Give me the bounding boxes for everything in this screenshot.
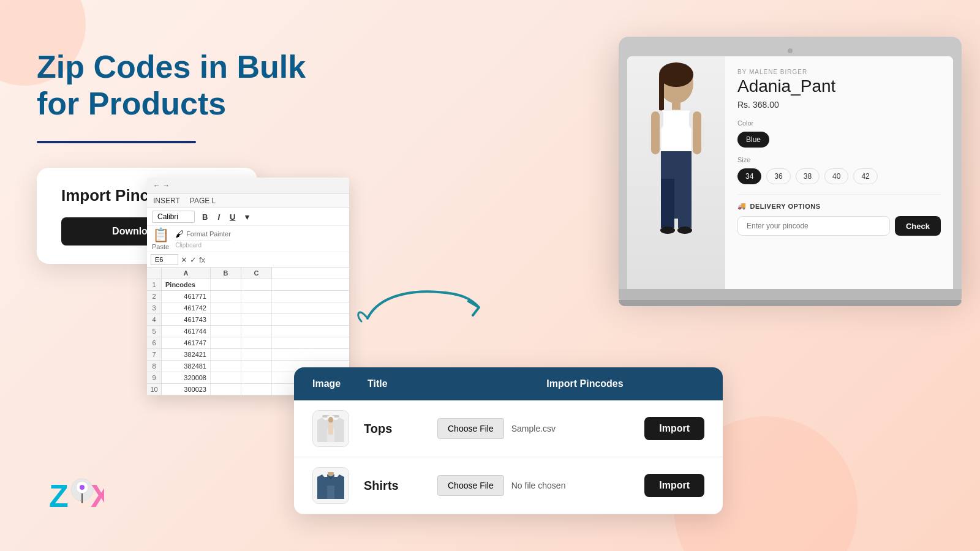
cell-b7 <box>211 349 241 360</box>
table-row-tops: Tops Choose File Sample.csv Import <box>294 400 723 457</box>
size-40[interactable]: 40 <box>824 168 848 184</box>
laptop-screen: BY MALENE BIRGER Adania_Pant Rs. 368.00 … <box>627 56 953 289</box>
formula-confirm-icon: ✓ <box>190 255 197 264</box>
laptop-stand <box>619 300 962 306</box>
svg-rect-24 <box>661 110 692 153</box>
color-options: Blue <box>737 132 941 148</box>
zox-logo-svg: Z X <box>49 471 104 514</box>
tops-import-button[interactable]: Import <box>644 417 704 440</box>
row-num-header <box>147 268 162 279</box>
excel-font-row: Calibri B I U ▾ <box>147 208 349 226</box>
excel-ribbon: INSERT PAGE L <box>147 194 349 208</box>
row-num-2: 2 <box>147 291 162 302</box>
clipboard-section-label: Clipboard <box>175 240 231 249</box>
th-image: Image <box>312 378 368 389</box>
cell-c1 <box>241 279 272 290</box>
excel-toolbar-icons: ← → <box>153 181 170 190</box>
col-c-header: C <box>241 268 272 279</box>
excel-bold-btn: B <box>200 211 210 223</box>
row-num-3: 3 <box>147 302 162 313</box>
laptop-outer: BY MALENE BIRGER Adania_Pant Rs. 368.00 … <box>619 37 962 289</box>
svg-rect-32 <box>651 111 660 154</box>
cell-a9: 320008 <box>162 372 211 383</box>
table-row-shirts: Shirts Choose File No file chosen Import <box>294 457 723 514</box>
excel-header-row: A B C <box>147 268 349 279</box>
excel-data-row-1: 1 Pincodes <box>147 279 349 291</box>
check-button[interactable]: Check <box>895 216 941 236</box>
excel-formula-row: E6 ✕ ✓ fx <box>147 252 349 268</box>
svg-text:X: X <box>91 478 104 514</box>
size-38[interactable]: 38 <box>796 168 820 184</box>
cell-c9 <box>241 372 272 383</box>
format-painter-label: Format Painter <box>186 230 231 238</box>
excel-data-row-3: 3 461742 <box>147 302 349 314</box>
delivery-label-text: DELIVERY OPTIONS <box>750 203 821 210</box>
row-num-8: 8 <box>147 361 162 372</box>
excel-data-row-4: 4 461743 <box>147 314 349 326</box>
formula-cancel-icon: ✕ <box>181 255 187 264</box>
shirts-name: Shirts <box>364 479 437 493</box>
tops-file-group: Choose File Sample.csv Import <box>437 417 704 440</box>
tops-name: Tops <box>364 422 437 436</box>
cell-a6: 461747 <box>162 337 211 348</box>
cell-b10 <box>211 384 241 395</box>
excel-mockup: ← → INSERT PAGE L Calibri B I U ▾ 📋 Past… <box>147 178 349 395</box>
cell-c5 <box>241 326 272 337</box>
cell-c4 <box>241 314 272 325</box>
excel-italic-btn: I <box>215 211 222 223</box>
cell-c8 <box>241 361 272 372</box>
svg-point-31 <box>677 227 692 234</box>
cell-a8: 382481 <box>162 361 211 372</box>
laptop-screen-inner: BY MALENE BIRGER Adania_Pant Rs. 368.00 … <box>627 56 953 289</box>
row-num-6: 6 <box>147 337 162 348</box>
cell-a10: 300023 <box>162 384 211 395</box>
truck-icon: 🚚 <box>737 202 747 210</box>
product-brand: BY MALENE BIRGER <box>737 69 941 75</box>
excel-clipboard-row: 📋 Paste 🖌 Format Painter Clipboard <box>147 226 349 252</box>
cell-b5 <box>211 326 241 337</box>
excel-data-row-2: 2 461771 <box>147 291 349 302</box>
color-blue[interactable]: Blue <box>737 132 769 148</box>
size-42[interactable]: 42 <box>853 168 877 184</box>
zox-logo: Z X <box>49 471 104 514</box>
row-num-9: 9 <box>147 372 162 383</box>
excel-data-row-6: 6 461747 <box>147 337 349 349</box>
cell-a7: 382421 <box>162 349 211 360</box>
cell-c7 <box>241 349 272 360</box>
svg-point-12 <box>328 417 333 423</box>
shirts-choose-file-button[interactable]: Choose File <box>437 475 504 496</box>
size-section-label: Size <box>737 156 941 163</box>
svg-text:Z: Z <box>49 478 69 514</box>
excel-underline-arrow: ▾ <box>243 211 252 223</box>
paste-icon: 📋 <box>153 227 169 243</box>
size-34[interactable]: 34 <box>737 168 761 184</box>
page-title: Zip Codes in Bulk for Products <box>37 49 417 122</box>
formula-icons: ✕ ✓ fx <box>181 255 205 264</box>
title-line1: Zip Codes in Bulk <box>37 49 306 84</box>
svg-point-3 <box>80 485 85 490</box>
tops-choose-file-button[interactable]: Choose File <box>437 418 504 439</box>
table-header: Image Title Import Pincodes <box>294 367 723 400</box>
product-table: Image Title Import Pincodes Tops Choose … <box>294 367 723 514</box>
shirts-file-group: Choose File No file chosen Import <box>437 474 704 497</box>
title-underline <box>37 141 196 143</box>
tops-image <box>317 415 344 442</box>
row-num-7: 7 <box>147 349 162 360</box>
product-title: Adania_Pant <box>737 77 941 96</box>
ribbon-insert: INSERT <box>153 197 180 205</box>
paste-label: Paste <box>152 243 169 250</box>
color-section-label: Color <box>737 119 941 127</box>
shirts-import-button[interactable]: Import <box>644 474 704 497</box>
cell-a4: 461743 <box>162 314 211 325</box>
svg-rect-33 <box>693 111 701 154</box>
excel-font-name: Calibri <box>152 211 195 223</box>
th-title: Title <box>368 378 466 389</box>
row-num-10: 10 <box>147 384 162 395</box>
cell-b6 <box>211 337 241 348</box>
row-num-5: 5 <box>147 326 162 337</box>
cell-b2 <box>211 291 241 302</box>
col-a-header: A <box>162 268 211 279</box>
size-36[interactable]: 36 <box>766 168 790 184</box>
cell-a5: 461744 <box>162 326 211 337</box>
pincode-input[interactable] <box>737 216 890 236</box>
